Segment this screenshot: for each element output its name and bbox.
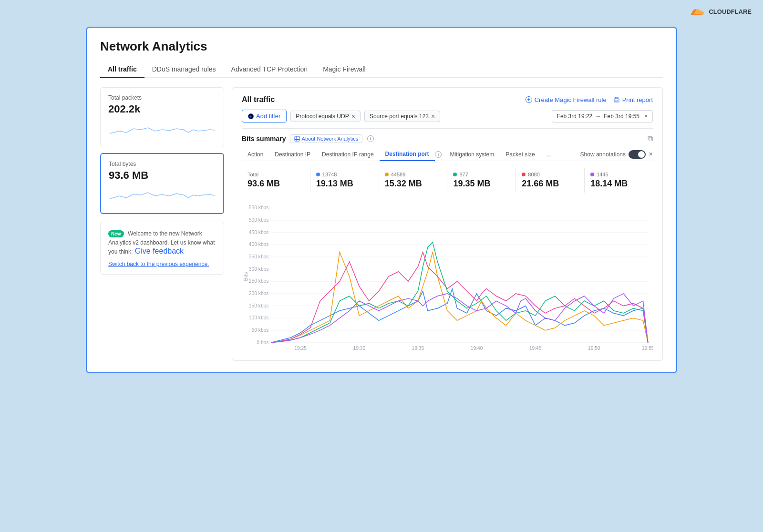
bits-summary-header: Bits summary About Network Analytics ⧉ xyxy=(242,134,653,143)
total-bytes-label: Total bytes xyxy=(109,161,216,167)
svg-rect-8 xyxy=(295,136,299,141)
tab-tcp[interactable]: Advanced TCP Protection xyxy=(224,61,316,78)
total-packets-label: Total packets xyxy=(108,94,216,101)
filter-protocol-text: Protocol equals UDP xyxy=(296,113,349,120)
metric-total-value: 93.6 MB xyxy=(247,179,304,189)
svg-text:19:45: 19:45 xyxy=(529,346,542,351)
metrics-row: Total 93.6 MB 13748 19.13 MB 44589 xyxy=(242,168,653,193)
page-title: Network Analytics xyxy=(100,39,663,54)
total-bytes-value: 93.6 MB xyxy=(109,169,216,182)
metric-8080: 8080 21.66 MB xyxy=(516,168,585,193)
svg-text:250 kbps: 250 kbps xyxy=(249,278,269,284)
svg-text:400 kbps: 400 kbps xyxy=(249,242,269,247)
svg-text:350 kbps: 350 kbps xyxy=(249,254,269,259)
plus-icon xyxy=(248,113,254,119)
cloudflare-header: CLOUDFLARE xyxy=(691,7,752,16)
dim-tab-action[interactable]: Action xyxy=(242,148,269,161)
chart-area: 550 kbps 500 kbps 450 kbps 400 kbps 350 … xyxy=(242,200,653,353)
switch-back-link[interactable]: Switch back to the previous experience. xyxy=(108,261,216,267)
svg-text:450 kbps: 450 kbps xyxy=(249,230,269,235)
add-filter-button[interactable]: Add filter xyxy=(242,110,287,123)
metric-13748-value: 19.13 MB xyxy=(316,179,373,189)
panel-title: All traffic xyxy=(242,95,275,104)
metric-1445-dot xyxy=(590,173,594,176)
panel-header: All traffic Create Magic Firewall rule xyxy=(242,95,653,104)
date-range-picker[interactable]: Feb 3rd 19:22 → Feb 3rd 19:55 × xyxy=(552,110,653,123)
metric-8080-value: 21.66 MB xyxy=(522,179,578,189)
cloudflare-brand-text: CLOUDFLARE xyxy=(709,8,752,15)
print-report-button[interactable]: Print report xyxy=(613,96,653,103)
svg-text:Bits: Bits xyxy=(243,272,248,281)
svg-text:19:35: 19:35 xyxy=(412,346,424,351)
svg-text:19:25: 19:25 xyxy=(294,346,307,351)
table-icon xyxy=(294,136,300,142)
add-filter-label: Add filter xyxy=(256,113,280,120)
metric-877-dot xyxy=(453,173,457,176)
metric-13748-label: 13748 xyxy=(316,172,373,177)
dimension-tabs: Action Destination IP Destination IP ran… xyxy=(242,148,653,161)
metric-total-label: Total xyxy=(247,172,304,177)
feedback-link[interactable]: Give feedback xyxy=(135,247,184,255)
date-clear-icon[interactable]: × xyxy=(644,113,648,120)
tab-all-traffic[interactable]: All traffic xyxy=(100,61,144,78)
bytes-sparkline xyxy=(109,185,216,205)
create-rule-button[interactable]: Create Magic Firewall rule xyxy=(526,96,607,103)
filter-source-port: Source port equals 123 × xyxy=(364,111,440,122)
divider xyxy=(242,128,653,129)
dim-tab-packet-size[interactable]: Packet size xyxy=(500,148,540,161)
svg-rect-4 xyxy=(615,100,618,102)
filter-row: Add filter Protocol equals UDP × Source … xyxy=(242,110,653,123)
tab-ddos[interactable]: DDoS managed rules xyxy=(144,61,224,78)
metric-44589: 44589 15.32 MB xyxy=(379,168,448,193)
svg-text:19:55: 19:55 xyxy=(642,346,653,351)
svg-text:150 kbps: 150 kbps xyxy=(249,303,269,308)
remove-source-port-filter[interactable]: × xyxy=(431,113,435,120)
metric-877-label: 877 xyxy=(453,172,510,177)
dim-tab-dest-ip-range[interactable]: Destination IP range xyxy=(316,148,380,161)
svg-point-14 xyxy=(370,137,371,138)
svg-text:200 kbps: 200 kbps xyxy=(249,291,269,296)
svg-text:50 kbps: 50 kbps xyxy=(252,327,269,333)
dim-tab-mitigation[interactable]: Mitigation system xyxy=(444,148,500,161)
left-panel: Total packets 202.2k Total bytes 93.6 MB… xyxy=(100,87,224,361)
metric-13748: 13748 19.13 MB xyxy=(310,168,379,193)
header-actions: Create Magic Firewall rule Print report xyxy=(526,96,653,103)
metric-44589-value: 15.32 MB xyxy=(385,179,442,189)
tab-firewall[interactable]: Magic Firewall xyxy=(315,61,373,78)
date-to: Feb 3rd 19:55 xyxy=(604,113,639,120)
svg-text:19:50: 19:50 xyxy=(588,346,600,351)
dim-tab-more[interactable]: ... xyxy=(541,148,557,161)
metric-1445-value: 18.14 MB xyxy=(590,179,647,189)
new-feature-banner: New Welcome to the new Network Analytics… xyxy=(100,222,224,275)
copy-icon[interactable]: ⧉ xyxy=(648,134,653,143)
svg-text:500 kbps: 500 kbps xyxy=(249,217,269,223)
total-bytes-card: Total bytes 93.6 MB xyxy=(100,153,224,214)
metric-8080-dot xyxy=(522,173,526,176)
svg-point-17 xyxy=(438,153,439,153)
dim-tab-dest-port[interactable]: Destination port xyxy=(380,148,435,161)
metric-44589-label: 44589 xyxy=(385,172,442,177)
nav-tabs: All traffic DDoS managed rules Advanced … xyxy=(100,61,663,78)
dim-tab-dest-ip[interactable]: Destination IP xyxy=(269,148,316,161)
date-from: Feb 3rd 19:22 xyxy=(557,113,593,120)
annotations-label: Show annotations xyxy=(580,151,626,158)
metric-8080-label: 8080 xyxy=(522,172,578,177)
about-network-analytics-button[interactable]: About Network Analytics xyxy=(290,134,363,143)
create-rule-label: Create Magic Firewall rule xyxy=(535,96,607,103)
metric-1445: 1445 18.14 MB xyxy=(585,168,653,193)
metric-13748-dot xyxy=(316,173,320,176)
metric-877: 877 19.35 MB xyxy=(447,168,516,193)
info-icon xyxy=(367,135,374,142)
remove-protocol-filter[interactable]: × xyxy=(351,113,355,120)
toggle-x: ✕ xyxy=(649,151,653,157)
metric-1445-label: 1445 xyxy=(590,172,647,177)
bits-summary-title: Bits summary xyxy=(242,135,286,143)
svg-text:100 kbps: 100 kbps xyxy=(249,315,269,320)
svg-text:300 kbps: 300 kbps xyxy=(249,266,269,272)
about-link-text: About Network Analytics xyxy=(302,136,359,142)
total-packets-value: 202.2k xyxy=(108,103,216,115)
svg-text:0 bps: 0 bps xyxy=(257,340,268,345)
annotations-switch[interactable] xyxy=(629,150,646,159)
right-panel: All traffic Create Magic Firewall rule xyxy=(232,87,663,361)
svg-text:550 kbps: 550 kbps xyxy=(249,205,269,210)
